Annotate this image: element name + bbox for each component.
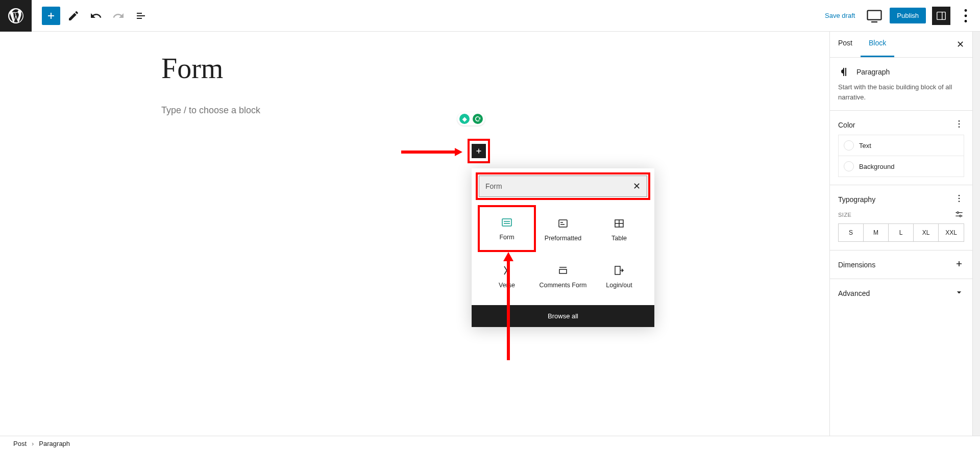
inline-add-block-button[interactable] — [472, 144, 486, 158]
breadcrumb-separator-icon: › — [32, 440, 34, 447]
save-draft-link[interactable]: Save draft — [821, 12, 859, 19]
svg-rect-12 — [559, 220, 567, 227]
preview-button[interactable] — [865, 7, 884, 25]
block-option-form[interactable]: Form — [478, 205, 536, 252]
assistant-indicators: ◆ — [457, 112, 485, 126]
document-overview-button[interactable] — [132, 7, 150, 25]
typography-panel: Typography SIZE S M L XL XXL — [830, 185, 972, 250]
block-option-label: Preformatted — [545, 235, 581, 242]
block-name: Paragraph — [856, 68, 890, 76]
svg-rect-19 — [559, 269, 567, 273]
svg-marker-8 — [455, 148, 462, 156]
advanced-panel[interactable]: Advanced — [830, 279, 972, 307]
options-menu-button[interactable] — [957, 7, 975, 25]
typography-options-icon[interactable] — [954, 193, 964, 205]
toolbar-left — [32, 7, 150, 25]
scrollbar[interactable] — [972, 32, 980, 436]
color-text-row[interactable]: Text — [838, 135, 964, 156]
indicator-icon[interactable]: ◆ — [459, 114, 470, 124]
size-xl[interactable]: XL — [914, 224, 939, 241]
svg-point-4 — [965, 9, 967, 12]
svg-point-30 — [957, 212, 959, 213]
color-text-label: Text — [859, 142, 871, 149]
toggle-inserter-button[interactable] — [42, 7, 60, 25]
svg-point-6 — [965, 20, 967, 22]
block-search-field[interactable]: ✕ — [479, 176, 647, 197]
svg-rect-20 — [615, 266, 620, 274]
size-preset-group: S M L XL XXL — [838, 223, 964, 242]
dimensions-panel[interactable]: Dimensions — [830, 250, 972, 279]
breadcrumb-footer: Post › Paragraph — [0, 436, 980, 451]
size-l[interactable]: L — [889, 224, 914, 241]
custom-size-icon[interactable] — [954, 209, 964, 220]
post-title[interactable]: Form — [161, 52, 829, 85]
svg-point-5 — [965, 14, 967, 17]
grammarly-icon[interactable] — [473, 114, 483, 124]
color-panel-title: Color — [838, 121, 855, 129]
block-description: Start with the basic building block of a… — [838, 82, 964, 102]
size-label: SIZE — [838, 212, 851, 218]
edit-tool-button[interactable] — [64, 7, 83, 25]
text-color-swatch — [844, 140, 854, 151]
advanced-title: Advanced — [838, 289, 870, 297]
breadcrumb-post[interactable]: Post — [13, 440, 27, 447]
block-info-panel: Paragraph Start with the basic building … — [830, 58, 972, 111]
clear-search-icon[interactable]: ✕ — [633, 181, 641, 192]
tab-block[interactable]: Block — [861, 32, 894, 57]
tab-post[interactable]: Post — [830, 32, 861, 57]
block-placeholder[interactable]: Type / to choose a block — [161, 105, 260, 116]
toolbar-right: Save draft Publish — [821, 7, 980, 25]
size-m[interactable]: M — [864, 224, 889, 241]
annotation-arrow-up — [502, 252, 514, 360]
annotation-box-add-block — [468, 139, 490, 163]
editor-header: Save draft Publish — [0, 0, 980, 32]
block-option-preformatted[interactable]: Preformatted — [535, 206, 591, 253]
background-color-swatch — [844, 161, 854, 171]
color-options-icon[interactable] — [954, 119, 964, 131]
annotation-box-search: ✕ — [476, 172, 650, 200]
editor-canvas: Form Type / to choose a block ◆ — [0, 32, 829, 436]
dimensions-title: Dimensions — [838, 261, 875, 269]
block-option-table[interactable]: Table — [591, 206, 647, 253]
annotation-arrow-right — [401, 147, 462, 157]
close-sidebar-button[interactable]: ✕ — [948, 32, 972, 57]
color-background-row[interactable]: Background — [838, 156, 964, 177]
breadcrumb-paragraph[interactable]: Paragraph — [39, 440, 70, 447]
svg-rect-0 — [868, 10, 881, 19]
svg-point-23 — [959, 120, 960, 122]
color-background-label: Background — [859, 163, 894, 170]
chevron-down-icon — [954, 287, 964, 299]
typography-title: Typography — [838, 195, 875, 204]
paragraph-icon — [838, 66, 850, 78]
settings-sidebar-toggle[interactable] — [932, 7, 950, 25]
svg-point-24 — [959, 123, 960, 125]
svg-point-26 — [959, 195, 960, 196]
size-s[interactable]: S — [839, 224, 864, 241]
block-option-login-out[interactable]: Login/out — [591, 253, 647, 300]
block-inserter-popup: ✕ Form Preformatted Table — [472, 168, 654, 327]
block-option-label: Form — [499, 234, 514, 241]
settings-sidebar: Post Block ✕ Paragraph Start with the ba… — [829, 32, 972, 436]
redo-button[interactable] — [109, 7, 128, 25]
browse-all-button[interactable]: Browse all — [472, 305, 654, 327]
color-panel: Color Text Background — [830, 111, 972, 185]
undo-button[interactable] — [87, 7, 105, 25]
block-search-input[interactable] — [485, 182, 633, 190]
wordpress-logo[interactable] — [0, 0, 32, 32]
svg-rect-2 — [937, 12, 946, 19]
size-xxl[interactable]: XXL — [939, 224, 964, 241]
svg-point-27 — [959, 198, 960, 199]
add-dimensions-icon[interactable] — [954, 259, 964, 270]
svg-marker-21 — [503, 252, 513, 261]
svg-rect-9 — [502, 219, 511, 226]
block-option-label: Comments Form — [539, 282, 586, 289]
block-option-label: Login/out — [606, 282, 632, 289]
svg-point-32 — [960, 215, 961, 217]
svg-point-28 — [959, 201, 960, 203]
svg-point-25 — [959, 127, 960, 128]
block-option-label: Table — [611, 235, 627, 242]
publish-button[interactable]: Publish — [890, 8, 926, 23]
block-option-comments-form[interactable]: Comments Form — [535, 253, 591, 300]
